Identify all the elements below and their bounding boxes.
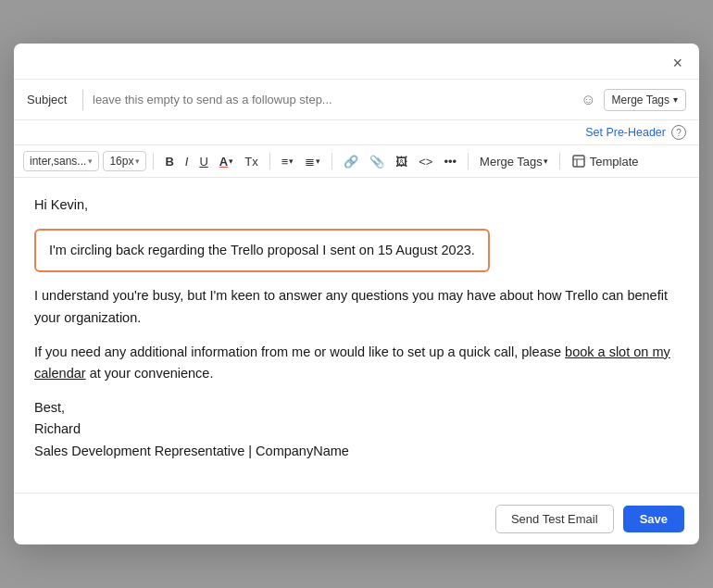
paragraph-1: I understand you're busy, but I'm keen t…: [34, 285, 679, 328]
toolbar-separator: [269, 153, 270, 169]
text-format-group: B I U A ▾ Tx: [160, 153, 262, 170]
chevron-down-icon: ▾: [544, 157, 548, 166]
align-group: ≡ ▾ ≣ ▾: [277, 153, 326, 170]
emoji-button[interactable]: ☺: [581, 92, 595, 108]
paragraph-2-after-link: at your convenience.: [90, 366, 214, 381]
insert-group: 🔗 📎 🖼 <> •••: [339, 153, 461, 170]
set-pre-header-link[interactable]: Set Pre-Header: [585, 126, 666, 139]
underline-button[interactable]: U: [194, 153, 212, 170]
link-button[interactable]: 🔗: [339, 153, 363, 170]
subject-input[interactable]: [93, 93, 581, 106]
toolbar-separator: [468, 153, 469, 169]
chevron-down-icon: ▾: [316, 157, 320, 166]
font-size-value: 16px: [109, 155, 133, 168]
clear-format-button[interactable]: Tx: [240, 153, 262, 170]
chevron-down-icon: ▾: [289, 157, 294, 166]
template-icon: [572, 155, 585, 168]
subject-row: Subject ☺ Merge Tags ▾: [14, 80, 699, 120]
template-label: Template: [590, 155, 639, 169]
chevron-down-icon: ▾: [229, 157, 233, 166]
subject-label: Subject: [27, 93, 73, 106]
chevron-down-icon: ▾: [135, 156, 140, 166]
font-color-label: A: [219, 156, 228, 168]
font-family-group: inter,sans... ▾: [23, 151, 99, 171]
toolbar-separator: [153, 153, 154, 169]
bold-button[interactable]: B: [160, 153, 178, 170]
help-icon[interactable]: ?: [671, 125, 686, 140]
subject-merge-tags-button[interactable]: Merge Tags ▾: [604, 89, 686, 111]
toolbar-merge-tags-button[interactable]: Merge Tags ▾: [475, 153, 553, 170]
chevron-down-icon: ▾: [88, 156, 93, 166]
attach-button[interactable]: 📎: [365, 153, 389, 170]
sender-title: Sales Development Representative | Compa…: [34, 441, 679, 462]
toolbar-separator: [559, 153, 560, 169]
svg-rect-0: [573, 156, 584, 167]
sign-off: Best,: [34, 397, 679, 419]
greeting-text: Hi Kevin,: [34, 194, 679, 216]
send-test-email-button[interactable]: Send Test Email: [495, 505, 614, 533]
modal-footer: Send Test Email Save: [14, 493, 699, 544]
signature-block: Best, Richard Sales Development Represen…: [34, 397, 679, 462]
list-icon: ≣: [305, 156, 315, 168]
align-button[interactable]: ≡ ▾: [277, 153, 299, 170]
paragraph-2: If you need any additional information f…: [34, 342, 679, 384]
font-family-value: inter,sans...: [30, 155, 86, 168]
sender-name: Richard: [34, 419, 679, 440]
merge-tags-label: Merge Tags: [480, 156, 543, 168]
font-size-group: 16px ▾: [103, 151, 146, 171]
align-icon: ≡: [281, 156, 289, 168]
image-button[interactable]: 🖼: [391, 153, 412, 170]
highlighted-sentence: I'm circling back regarding the Trello p…: [34, 229, 490, 272]
pre-header-row: Set Pre-Header ?: [14, 120, 699, 145]
email-editor-body[interactable]: Hi Kevin, I'm circling back regarding th…: [14, 178, 699, 493]
subject-divider: [82, 90, 83, 110]
chevron-down-icon: ▾: [673, 94, 678, 105]
font-family-dropdown[interactable]: inter,sans... ▾: [23, 151, 99, 171]
font-color-button[interactable]: A ▾: [215, 153, 238, 170]
template-button[interactable]: Template: [567, 152, 644, 171]
toolbar-separator: [331, 153, 332, 169]
toolbar: inter,sans... ▾ 16px ▾ B I U A ▾ Tx ≡: [14, 145, 699, 178]
more-button[interactable]: •••: [439, 153, 461, 170]
paragraph-2-before-link: If you need any additional information f…: [34, 344, 561, 359]
email-editor-modal: × Subject ☺ Merge Tags ▾ Set Pre-Header …: [14, 44, 699, 544]
close-button[interactable]: ×: [669, 53, 686, 73]
modal-header: ×: [14, 44, 699, 80]
merge-tags-label: Merge Tags: [612, 94, 669, 106]
code-button[interactable]: <>: [414, 153, 437, 170]
save-button[interactable]: Save: [623, 506, 684, 532]
font-size-dropdown[interactable]: 16px ▾: [103, 151, 146, 171]
italic-button[interactable]: I: [181, 153, 194, 170]
list-button[interactable]: ≣ ▾: [300, 153, 325, 170]
